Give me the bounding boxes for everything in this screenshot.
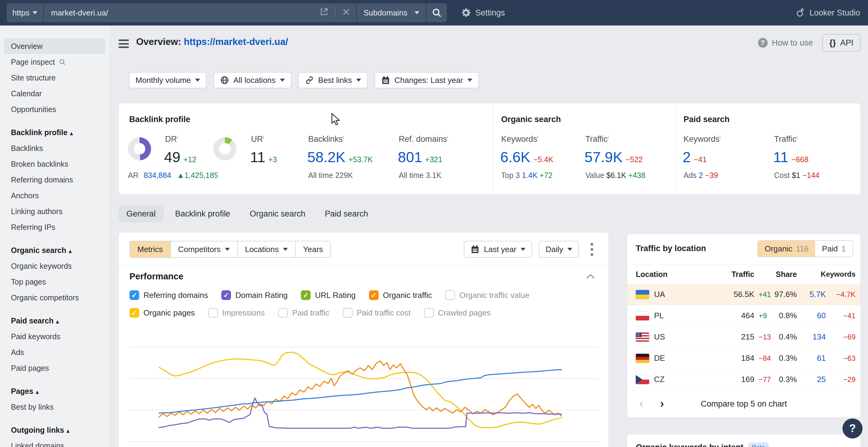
toggle-organic[interactable]: Organic116	[758, 241, 815, 256]
organic-keywords-value[interactable]: 6.6K−5.4K	[500, 149, 553, 166]
floating-help-button[interactable]	[842, 418, 863, 439]
sidebar-section-pages[interactable]: Pages▴	[4, 383, 105, 399]
sidebar-item-top-pages[interactable]: Top pages	[4, 274, 105, 290]
info-icon[interactable]: i	[608, 134, 609, 140]
ar-value-link[interactable]: 834,884	[144, 171, 171, 179]
info-icon[interactable]: i	[343, 134, 344, 140]
sidebar-item-anchors[interactable]: Anchors	[4, 188, 105, 203]
tab-backlink-profile[interactable]: Backlink profile	[167, 205, 238, 222]
paid-traffic-value[interactable]: 11−668	[773, 149, 808, 166]
keywords-link[interactable]: 25	[798, 369, 826, 390]
checkbox-box[interactable]	[343, 308, 352, 318]
location-row-de[interactable]: DE 184 −84 0.3% 61 −63	[627, 348, 860, 369]
keywords-link[interactable]: 5.7K	[798, 284, 826, 305]
checkbox-box[interactable]	[129, 308, 139, 318]
segment-competitors[interactable]: Competitors	[170, 241, 237, 257]
tab-general[interactable]: General	[119, 205, 163, 222]
sidebar-section-paid-search[interactable]: Paid search▴	[4, 313, 105, 329]
tab-paid-search[interactable]: Paid search	[317, 205, 376, 222]
checkbox-box[interactable]	[129, 290, 139, 300]
sidebar-item-opportunities[interactable]: Opportunities	[4, 101, 105, 117]
toggle-paid[interactable]: Paid1	[815, 241, 852, 256]
search-button[interactable]	[427, 3, 447, 22]
checkbox-organic-traffic[interactable]: Organic traffic	[369, 290, 432, 300]
sidebar-item-backlinks[interactable]: Backlinks	[4, 140, 105, 156]
target-url-link[interactable]: https://market-dveri.ua/	[184, 36, 288, 47]
volume-filter-button[interactable]: Monthly volume	[129, 72, 207, 89]
sidebar-item-referring-domains[interactable]: Referring domains	[4, 172, 105, 188]
keywords-link[interactable]: 61	[798, 348, 826, 369]
checkbox-box[interactable]	[424, 308, 434, 318]
sidebar-section-organic-search[interactable]: Organic search▴	[4, 242, 105, 258]
changes-filter-button[interactable]: Changes: Last year	[374, 72, 479, 89]
checkbox-domain-rating[interactable]: Domain Rating	[221, 290, 287, 300]
checkbox-box[interactable]	[369, 290, 379, 300]
info-icon[interactable]: i	[537, 134, 538, 140]
checkbox-referring-domains[interactable]: Referring domains	[129, 290, 208, 300]
sidebar-item-page-inspect[interactable]: Page inspect	[4, 54, 105, 70]
segment-years[interactable]: Years	[295, 241, 330, 257]
sidebar-item-paid-keywords[interactable]: Paid keywords	[4, 329, 105, 344]
organic-traffic-value[interactable]: 57.9K−522	[584, 149, 643, 166]
granularity-button[interactable]: Daily	[539, 241, 579, 258]
how-to-use-button[interactable]: How to use	[758, 38, 813, 48]
page-next-chevron-icon[interactable]: ›	[660, 390, 664, 417]
sidebar-item-linking-authors[interactable]: Linking authors	[4, 203, 105, 219]
settings-button[interactable]: Settings	[461, 0, 505, 26]
location-row-cz[interactable]: CZ 169 −77 0.3% 25 −29	[627, 369, 860, 390]
compare-top5-link[interactable]: Compare top 5 on chart	[701, 399, 787, 408]
info-icon[interactable]: i	[447, 134, 448, 140]
sidebar-item-overview[interactable]: Overview	[4, 38, 105, 54]
location-row-ua[interactable]: UA 56.5K +41 97.6% 5.7K −4.7K	[627, 284, 860, 305]
tab-organic-search[interactable]: Organic search	[242, 205, 313, 222]
external-link-icon[interactable]	[319, 7, 329, 19]
collapse-chevron-icon[interactable]	[585, 273, 596, 281]
checkbox-box[interactable]	[278, 308, 288, 318]
api-button[interactable]: {} API	[822, 34, 861, 51]
sidebar-item-organic-keywords[interactable]: Organic keywords	[4, 258, 105, 274]
checkbox-box[interactable]	[208, 308, 218, 318]
locations-filter-button[interactable]: All locations	[213, 72, 291, 89]
segment-metrics[interactable]: Metrics	[130, 241, 170, 257]
clear-url-icon[interactable]	[342, 7, 351, 19]
sidebar-item-linked-domains[interactable]: Linked domains	[4, 438, 105, 447]
menu-hamburger-icon[interactable]	[119, 39, 129, 48]
sidebar-item-best-by-links[interactable]: Best by links	[4, 399, 105, 415]
sidebar-item-paid-pages[interactable]: Paid pages	[4, 360, 105, 376]
ads-value-link[interactable]: 2	[699, 171, 703, 179]
more-options-kebab-icon[interactable]	[586, 241, 598, 258]
info-icon[interactable]: i	[177, 134, 178, 140]
ref-domains-value[interactable]: 801+321	[398, 149, 442, 166]
scope-select[interactable]: Subdomains	[357, 3, 426, 22]
sidebar-item-broken-backlinks[interactable]: Broken backlinks	[4, 156, 105, 172]
checkbox-url-rating[interactable]: URL Rating	[301, 290, 355, 300]
sidebar-item-site-structure[interactable]: Site structure	[4, 70, 105, 85]
protocol-select[interactable]: https	[7, 3, 43, 22]
sidebar-item-ads[interactable]: Ads	[4, 344, 105, 360]
sidebar-item-organic-competitors[interactable]: Organic competitors	[4, 290, 105, 306]
checkbox-box[interactable]	[221, 290, 231, 300]
date-range-button[interactable]: Last year	[464, 241, 532, 258]
url-input[interactable]: market-dveri.ua/	[44, 3, 356, 22]
paid-keywords-value[interactable]: 2−41	[683, 149, 707, 166]
sidebar-item-referring-ips[interactable]: Referring IPs	[4, 219, 105, 235]
performance-chart[interactable]	[129, 331, 599, 447]
checkbox-box[interactable]	[445, 290, 455, 300]
checkbox-paid-traffic[interactable]: Paid traffic	[278, 308, 329, 318]
checkbox-crawled-pages[interactable]: Crawled pages	[424, 308, 491, 318]
looker-studio-button[interactable]: Looker Studio	[795, 0, 860, 26]
sidebar-section-backlink-profile[interactable]: Backlink profile▴	[4, 125, 105, 140]
location-row-us[interactable]: US 215 −13 0.4% 134 −69	[627, 326, 860, 348]
checkbox-impressions[interactable]: Impressions	[208, 308, 265, 318]
checkbox-box[interactable]	[301, 290, 311, 300]
page-prev-chevron-icon[interactable]: ‹	[640, 390, 643, 417]
checkbox-organic-traffic-value[interactable]: Organic traffic value	[445, 290, 529, 300]
info-icon[interactable]: i	[263, 134, 264, 140]
checkbox-paid-traffic-cost[interactable]: Paid traffic cost	[343, 308, 411, 318]
location-row-pl[interactable]: PL 464 +9 0.8% 60 −41	[627, 305, 860, 326]
sidebar-section-outgoing-links[interactable]: Outgoing links▴	[4, 422, 105, 438]
backlinks-value[interactable]: 58.2K+53.7K	[307, 149, 373, 166]
info-icon[interactable]: i	[797, 134, 798, 140]
keywords-link[interactable]: 60	[798, 305, 826, 326]
sidebar-item-calendar[interactable]: Calendar	[4, 85, 105, 101]
